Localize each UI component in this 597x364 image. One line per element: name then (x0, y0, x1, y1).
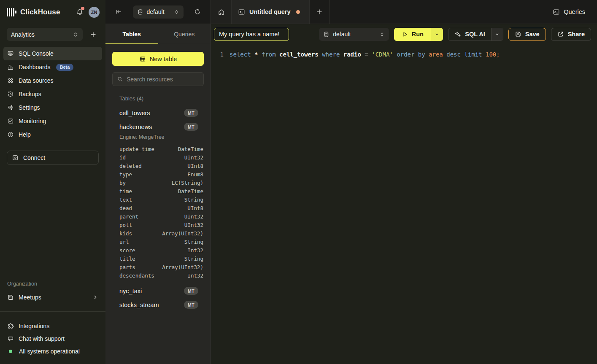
sidebar-item-monitoring[interactable]: Monitoring (3, 114, 102, 128)
column-name: title (119, 256, 135, 262)
avatar[interactable]: ZN (89, 7, 100, 18)
column-row: titleString (119, 254, 204, 263)
sql-token: ; (496, 51, 500, 58)
tables-section-title: Tables (4) (119, 95, 204, 102)
share-icon (557, 31, 564, 38)
organization-label: Organization (0, 281, 105, 287)
table-row-nyc-taxi[interactable]: nyc_taxi MT (119, 284, 204, 298)
column-name: id (119, 154, 126, 161)
organization-nav: Meetups (0, 291, 105, 304)
column-name: parts (119, 264, 135, 270)
column-row: parentUInt32 (119, 212, 204, 221)
engine-detail: Engine: MergeTree (119, 134, 204, 140)
column-name: parent (119, 213, 138, 220)
workspace-selector-label: Analytics (11, 31, 69, 38)
sql-ai-options-button[interactable] (491, 28, 503, 40)
tab-queries[interactable]: Queries (158, 24, 211, 44)
system-status-link[interactable]: All systems operational (3, 345, 102, 358)
sidebar-item-dashboards[interactable]: Dashboards Beta (3, 60, 102, 74)
sql-token: 'CDMA' (372, 51, 397, 58)
sql-token: where (322, 51, 343, 58)
queries-button[interactable]: Queries (553, 0, 585, 24)
query-tab[interactable]: Untitled query (231, 0, 310, 24)
sidebar-item-label: SQL Console (19, 50, 54, 57)
plus-icon (90, 31, 97, 38)
run-button-group: Run (394, 28, 443, 41)
columns-list: update_timeDateTime idUInt32 deletedUInt… (119, 145, 204, 280)
chat-support-link[interactable]: Chat with support (3, 332, 102, 345)
refresh-button[interactable] (192, 6, 203, 17)
column-row: kidsArray(UInt32) (119, 229, 204, 237)
sidebar-item-label: Monitoring (19, 118, 46, 124)
chat-bubble-icon (7, 335, 14, 342)
database-selector-value: default (147, 8, 170, 15)
workspace-selector[interactable]: Analytics (7, 28, 83, 41)
sql-ai-button[interactable]: SQL AI (448, 28, 491, 40)
line-number: 1 (211, 50, 224, 364)
table-row-hackernews[interactable]: hackernews MT (119, 120, 204, 134)
search-input[interactable] (127, 76, 203, 83)
run-button[interactable]: Run (394, 28, 431, 41)
query-name-input[interactable] (214, 28, 289, 41)
table-row-cell-towers[interactable]: cell_towers MT (119, 106, 204, 120)
monitoring-icon (7, 118, 14, 124)
connect-button-label: Connect (23, 154, 45, 161)
tables-section: Tables (4) cell_towers MT hackernews MT … (112, 86, 204, 312)
table-row-stocks-stream[interactable]: stocks_stream MT (119, 298, 204, 312)
sql-token: = (365, 51, 372, 58)
sidebar-item-help[interactable]: Help (3, 128, 102, 141)
column-row: timeDateTime (119, 187, 204, 195)
table-name: hackernews (119, 124, 152, 130)
tab-tables[interactable]: Tables (105, 24, 158, 44)
column-name: deleted (119, 163, 142, 169)
dashboards-icon (7, 64, 14, 70)
column-type: UInt8 (187, 205, 203, 211)
main-area: Untitled query Queries (211, 0, 597, 364)
notification-dot (81, 7, 84, 10)
sql-editor[interactable]: 1 select * from cell_towers where radio … (211, 44, 597, 364)
sidebar-item-settings[interactable]: Settings (3, 101, 102, 114)
app-root: ClickHouse ZN Analytics (0, 0, 597, 364)
collapse-panel-button[interactable] (113, 6, 124, 17)
add-workspace-button[interactable] (88, 29, 99, 40)
connect-button[interactable]: Connect (7, 151, 99, 165)
clickhouse-logo-icon (7, 8, 16, 16)
beta-badge: Beta (56, 64, 74, 71)
share-button[interactable]: Share (551, 28, 591, 41)
help-icon (7, 131, 14, 138)
column-name: kids (119, 230, 132, 237)
database-selector-value: default (333, 31, 376, 38)
sql-token: limit (464, 51, 486, 58)
share-button-label: Share (568, 31, 585, 38)
meetups-icon (7, 294, 14, 301)
column-name: dead (119, 205, 132, 211)
sidebar-item-backups[interactable]: Backups (3, 87, 102, 101)
database-selector-header[interactable]: default (133, 5, 184, 19)
chevron-down-icon (434, 32, 440, 37)
refresh-icon (194, 8, 201, 15)
notifications-button[interactable] (75, 8, 84, 17)
sidebar-item-data-sources[interactable]: Data sources (3, 74, 102, 87)
save-button[interactable]: Save (508, 28, 546, 41)
integrations-link[interactable]: Integrations (3, 320, 102, 332)
header-spacer (330, 0, 553, 24)
column-type: Array(UInt32) (162, 264, 203, 270)
terminal-icon (553, 8, 560, 16)
new-table-button[interactable]: New table (112, 52, 204, 66)
column-type: Array(UInt32) (162, 230, 203, 237)
connect-icon (12, 154, 19, 161)
column-name: by (119, 180, 126, 186)
column-type: UInt32 (184, 222, 203, 228)
sidebar-item-label: Meetups (19, 294, 41, 301)
sidebar-item-sql-console[interactable]: SQL Console (3, 47, 102, 60)
run-options-button[interactable] (431, 28, 443, 41)
home-button[interactable] (211, 0, 231, 24)
column-name: update_time (119, 146, 154, 152)
sql-token: 100 (486, 51, 496, 58)
engine-badge: MT (184, 109, 198, 117)
sidebar-item-meetups[interactable]: Meetups (3, 291, 102, 304)
database-selector-toolbar[interactable]: default (319, 28, 389, 41)
main-header: Untitled query Queries (211, 0, 597, 24)
new-tab-button[interactable] (310, 0, 330, 24)
sparkles-icon (454, 31, 461, 38)
